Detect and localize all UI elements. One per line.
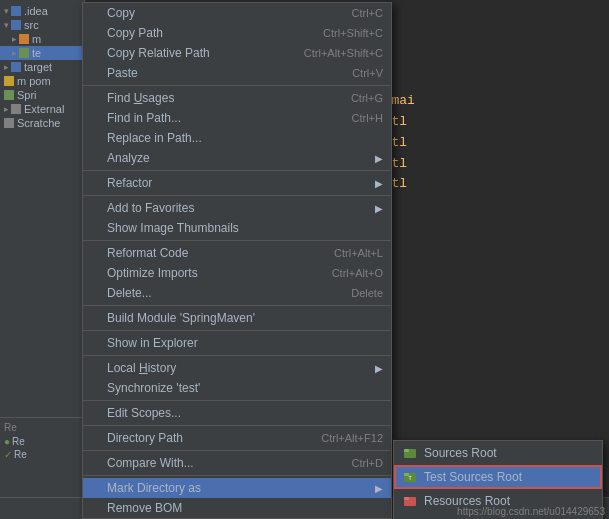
run-item-2[interactable]: ✓ Re (0, 448, 84, 461)
menu-optimize-label: Optimize Imports (107, 266, 312, 280)
menu-synchronize-label: Synchronize 'test' (107, 381, 383, 395)
menu-thumbnails-label: Show Image Thumbnails (107, 221, 383, 235)
tree-item-scratch[interactable]: Scratche (0, 116, 84, 130)
menu-copy-shortcut: Ctrl+C (352, 7, 383, 19)
menu-item-delete[interactable]: Delete... Delete (83, 283, 391, 303)
menu-item-build[interactable]: Build Module 'SpringMaven' (83, 308, 391, 328)
menu-item-refactor[interactable]: Refactor ▶ (83, 173, 391, 193)
tree-label-pom: m pom (17, 75, 51, 87)
favorites-arrow: ▶ (375, 203, 383, 214)
tree-label-src: src (24, 19, 39, 31)
menu-analyze-label: Analyze (107, 151, 371, 165)
separator-2 (83, 170, 391, 171)
sources-root-icon (402, 445, 418, 461)
menu-item-optimize[interactable]: Optimize Imports Ctrl+Alt+O (83, 263, 391, 283)
menu-copy-rel-shortcut: Ctrl+Alt+Shift+C (304, 47, 383, 59)
menu-item-find-path[interactable]: Find in Path... Ctrl+H (83, 108, 391, 128)
separator-3 (83, 195, 391, 196)
svg-rect-6 (404, 497, 409, 500)
sources-root-label: Sources Root (424, 446, 497, 460)
tree-item-te[interactable]: ▸ te (0, 46, 84, 60)
menu-local-history-label: Local History (107, 361, 371, 375)
menu-build-label: Build Module 'SpringMaven' (107, 311, 383, 325)
menu-replace-path-label: Replace in Path... (107, 131, 383, 145)
menu-item-edit-scopes[interactable]: Edit Scopes... (83, 403, 391, 423)
menu-refactor-label: Refactor (107, 176, 371, 190)
menu-delete-label: Delete... (107, 286, 331, 300)
menu-copy-rel-label: Copy Relative Path (107, 46, 284, 60)
run-item-1[interactable]: ● Re (0, 435, 84, 448)
tree-item-src[interactable]: ▾ src (0, 18, 84, 32)
resources-root-icon (402, 493, 418, 509)
menu-show-explorer-label: Show in Explorer (107, 336, 383, 350)
menu-compare-shortcut: Ctrl+D (352, 457, 383, 469)
run-label: Re (0, 420, 84, 435)
submenu-item-test-sources-root[interactable]: T Test Sources Root (394, 465, 602, 489)
menu-find-usages-shortcut: Ctrl+G (351, 92, 383, 104)
tree-item-spring[interactable]: Spri (0, 88, 84, 102)
refactor-arrow: ▶ (375, 178, 383, 189)
mark-dir-arrow: ▶ (375, 483, 383, 494)
separator-8 (83, 400, 391, 401)
tree-label-idea: .idea (24, 5, 48, 17)
menu-item-find-usages[interactable]: Find Usages Ctrl+G (83, 88, 391, 108)
watermark-text: https://blog.csdn.net/u014429653 (457, 506, 605, 517)
tree-item-external[interactable]: ▸ External (0, 102, 84, 116)
menu-favorites-label: Add to Favorites (107, 201, 371, 215)
context-menu: Copy Ctrl+C Copy Path Ctrl+Shift+C Copy … (82, 2, 392, 519)
separator-10 (83, 450, 391, 451)
tree-label-m: m (32, 33, 41, 45)
watermark: https://blog.csdn.net/u014429653 (457, 506, 605, 517)
tree-item-m[interactable]: ▸ m (0, 32, 84, 46)
menu-item-local-history[interactable]: Local History ▶ (83, 358, 391, 378)
menu-item-reformat[interactable]: Reformat Code Ctrl+Alt+L (83, 243, 391, 263)
submenu-item-sources-root[interactable]: Sources Root (394, 441, 602, 465)
separator-6 (83, 330, 391, 331)
tree-label-target: target (24, 61, 52, 73)
menu-paste-shortcut: Ctrl+V (352, 67, 383, 79)
tree-label-spring: Spri (17, 89, 37, 101)
tree-item-pom[interactable]: m pom (0, 74, 84, 88)
menu-reformat-shortcut: Ctrl+Alt+L (334, 247, 383, 259)
menu-item-mark-dir[interactable]: Mark Directory as ▶ (83, 478, 391, 498)
menu-copy-path-label: Copy Path (107, 26, 303, 40)
menu-dir-path-shortcut: Ctrl+Alt+F12 (321, 432, 383, 444)
tree-item-target[interactable]: ▸ target (0, 60, 84, 74)
menu-item-paste[interactable]: Paste Ctrl+V (83, 63, 391, 83)
menu-paste-label: Paste (107, 66, 332, 80)
run-item-1-label: Re (12, 436, 25, 447)
run-panel: Re ● Re ✓ Re (0, 417, 85, 497)
menu-item-remove-bom[interactable]: Remove BOM (83, 498, 391, 518)
run-item-2-label: Re (14, 449, 27, 460)
menu-item-dir-path[interactable]: Directory Path Ctrl+Alt+F12 (83, 428, 391, 448)
menu-item-copy[interactable]: Copy Ctrl+C (83, 3, 391, 23)
separator-11 (83, 475, 391, 476)
menu-item-copy-relative[interactable]: Copy Relative Path Ctrl+Alt+Shift+C (83, 43, 391, 63)
tree-item-idea[interactable]: ▾ .idea (0, 4, 84, 18)
menu-mark-dir-label: Mark Directory as (107, 481, 371, 495)
tree-label-te: te (32, 47, 41, 59)
separator-5 (83, 305, 391, 306)
separator-4 (83, 240, 391, 241)
menu-item-compare[interactable]: Compare With... Ctrl+D (83, 453, 391, 473)
tree-label-scratch: Scratche (17, 117, 60, 129)
menu-item-synchronize[interactable]: Synchronize 'test' (83, 378, 391, 398)
menu-compare-label: Compare With... (107, 456, 332, 470)
menu-item-analyze[interactable]: Analyze ▶ (83, 148, 391, 168)
separator-7 (83, 355, 391, 356)
menu-item-replace-path[interactable]: Replace in Path... (83, 128, 391, 148)
tree-label-external: External (24, 103, 64, 115)
menu-item-show-explorer[interactable]: Show in Explorer (83, 333, 391, 353)
menu-item-favorites[interactable]: Add to Favorites ▶ (83, 198, 391, 218)
menu-copy-path-shortcut: Ctrl+Shift+C (323, 27, 383, 39)
menu-edit-scopes-label: Edit Scopes... (107, 406, 383, 420)
menu-find-path-shortcut: Ctrl+H (352, 112, 383, 124)
test-sources-root-label: Test Sources Root (424, 470, 522, 484)
menu-item-thumbnails[interactable]: Show Image Thumbnails (83, 218, 391, 238)
menu-reformat-label: Reformat Code (107, 246, 314, 260)
menu-find-path-label: Find in Path... (107, 111, 332, 125)
menu-delete-shortcut: Delete (351, 287, 383, 299)
separator-9 (83, 425, 391, 426)
separator-1 (83, 85, 391, 86)
menu-item-copy-path[interactable]: Copy Path Ctrl+Shift+C (83, 23, 391, 43)
